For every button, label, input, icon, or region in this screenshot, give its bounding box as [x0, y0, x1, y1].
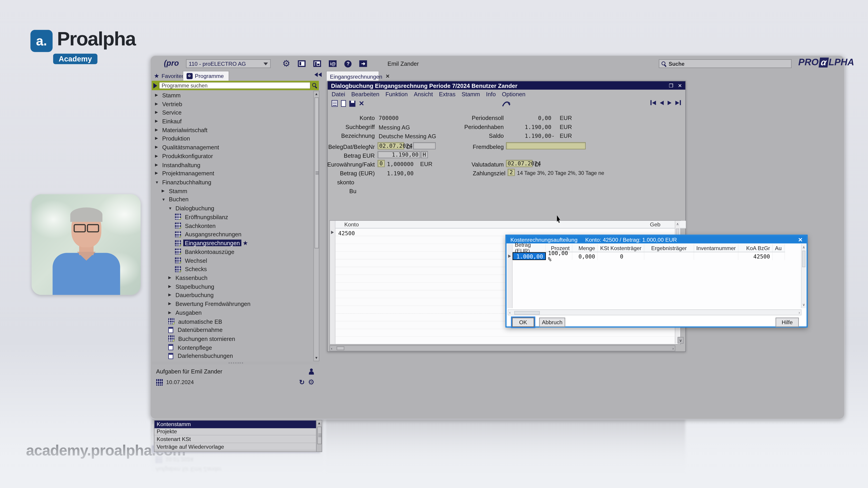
- program-search-icon[interactable]: [312, 83, 317, 88]
- settings-gear-icon[interactable]: ⚙: [282, 59, 290, 68]
- chevron-right-icon[interactable]: ▶: [155, 110, 160, 115]
- menu-funktion[interactable]: Funktion: [385, 91, 408, 97]
- tree-item-produktion[interactable]: ▶Produktion: [152, 134, 313, 143]
- collapse-sidebar-button[interactable]: [314, 72, 322, 77]
- tree-scrollbar[interactable]: ▲ ▼: [313, 91, 319, 361]
- program-search-input[interactable]: Programme suchen: [159, 82, 311, 89]
- fremdbeleg-input[interactable]: [506, 142, 586, 149]
- dialog-table-row[interactable]: 1.000,00100,00 %0,000042500: [513, 252, 785, 260]
- help-icon[interactable]: ?: [344, 60, 352, 67]
- tree-item-vertrieb[interactable]: ▶Vertrieb: [152, 99, 313, 108]
- save-icon[interactable]: [349, 100, 355, 106]
- zahlungsziel-box[interactable]: 2: [508, 169, 515, 176]
- tab-eingangsrechnungen[interactable]: Eingangsrechnungen ✕: [326, 71, 379, 81]
- tree-item-stamm[interactable]: ▶Stamm: [152, 186, 313, 195]
- chevron-right-icon[interactable]: ▶: [168, 302, 174, 306]
- tree-item-datenübernahme[interactable]: Datenübernahme: [152, 326, 313, 334]
- tree-item-schecks[interactable]: Schecks: [152, 265, 313, 273]
- dialog-cell-kst-kostenträger[interactable]: 0: [598, 252, 645, 260]
- dialog-cell-au[interactable]: [773, 252, 785, 260]
- scroll-right-icon[interactable]: ›: [673, 346, 674, 350]
- refresh-icon[interactable]: ↻: [299, 379, 305, 385]
- hscroll-thumb[interactable]: [337, 346, 344, 350]
- tree-item-buchen[interactable]: ▼Buchen: [152, 195, 313, 204]
- user-icon[interactable]: [308, 368, 314, 375]
- chevron-right-icon[interactable]: ▶: [168, 310, 174, 315]
- belegnr-input[interactable]: [413, 142, 436, 149]
- dialog-cell-koa-bzgr[interactable]: 42500: [739, 252, 773, 260]
- chevron-right-icon[interactable]: ▶: [155, 154, 160, 158]
- dialog-col-inventarnummer[interactable]: Inventarnummer: [694, 244, 739, 252]
- dialog-col-au[interactable]: Au: [773, 244, 785, 252]
- chevron-right-icon[interactable]: ▶: [168, 284, 174, 289]
- chevron-right-icon[interactable]: ▶: [155, 145, 160, 150]
- menu-stamm[interactable]: Stamm: [462, 91, 480, 97]
- tree-item-kontenpflege[interactable]: Kontenpflege: [152, 343, 313, 352]
- dialog-vscrollbar[interactable]: ∧ ∨: [801, 244, 806, 308]
- dialog-col-koa-bzgr[interactable]: KoA BzGr: [739, 244, 773, 252]
- chevron-right-icon[interactable]: ▶: [155, 162, 160, 167]
- tab-programme[interactable]: Programme: [183, 71, 229, 80]
- dialog-cell-inventarnummer[interactable]: [694, 252, 739, 260]
- dialog-cell-ergebnisträger[interactable]: [645, 252, 694, 260]
- panel-splitter[interactable]: [152, 361, 319, 365]
- chevron-right-icon[interactable]: ▶: [155, 102, 160, 106]
- betrag-eur-input[interactable]: 1.190,00: [377, 151, 420, 158]
- chevron-down-icon[interactable]: ▼: [168, 206, 174, 210]
- calendar-icon[interactable]: [156, 379, 163, 385]
- chevron-right-icon[interactable]: ▶: [155, 119, 160, 124]
- tree-item-service[interactable]: ▶Service: [152, 108, 313, 117]
- tree-item-ausgaben[interactable]: ▶Ausgaben: [152, 308, 313, 317]
- tasks-scrollbar-thumb[interactable]: [317, 427, 321, 444]
- tab-favoriten[interactable]: ★ Favoriten: [154, 72, 185, 80]
- menu-info[interactable]: Info: [486, 91, 496, 97]
- next-record-button[interactable]: [668, 100, 671, 105]
- dialog-col-kst-kostenträger[interactable]: KSt Kostenträger: [598, 244, 645, 252]
- tree-item-instandhaltung[interactable]: ▶Instandhaltung: [152, 160, 313, 169]
- tree-scrollbar-thumb[interactable]: [314, 97, 319, 249]
- tree-item-produktkonfigurator[interactable]: ▶Produktkonfigurator: [152, 152, 313, 160]
- tree-item-ausgangsrechnungen[interactable]: Ausgangsrechnungen: [152, 230, 313, 238]
- task-item-kontenstamm[interactable]: Kontenstamm: [154, 420, 316, 428]
- tree-item-stamm[interactable]: ▶Stamm: [152, 91, 313, 99]
- close-tab-icon[interactable]: ✕: [385, 74, 390, 79]
- dialog-col-ergebnisträger[interactable]: Ergebnisträger: [645, 244, 694, 252]
- menu-extras[interactable]: Extras: [439, 91, 456, 97]
- maximize-icon[interactable]: ❐: [669, 83, 673, 88]
- dialog-hscroll-thumb[interactable]: [514, 311, 540, 315]
- close-window-icon[interactable]: ✕: [678, 83, 682, 88]
- first-record-button[interactable]: [651, 100, 656, 105]
- scroll-up-icon[interactable]: ▲: [314, 91, 319, 97]
- tree-item-qualitätsmanagement[interactable]: ▶Qualitätsmanagement: [152, 143, 313, 152]
- dialog-close-icon[interactable]: ✕: [798, 236, 803, 242]
- last-record-button[interactable]: [675, 100, 681, 105]
- layout-panel-icon[interactable]: [313, 60, 321, 67]
- chevron-right-icon[interactable]: ▶: [155, 136, 160, 141]
- scroll-up-icon[interactable]: ∧: [675, 222, 680, 226]
- dialog-col-menge[interactable]: Menge: [572, 244, 598, 252]
- scroll-left-icon[interactable]: ‹: [331, 346, 332, 350]
- menu-datei[interactable]: Datei: [332, 91, 345, 97]
- scroll-up-icon[interactable]: ▲: [317, 420, 322, 426]
- grid-cell-konto[interactable]: 42500: [338, 230, 355, 236]
- dialog-cell-menge[interactable]: 0,000: [572, 252, 598, 260]
- tree-item-automatische-eb[interactable]: automatische EB: [152, 317, 313, 326]
- tree-item-buchungen-stornieren[interactable]: Buchungen stornieren: [152, 334, 313, 343]
- tree-item-sachkonten[interactable]: Sachkonten: [152, 221, 313, 230]
- chevron-right-icon[interactable]: ▶: [162, 189, 167, 193]
- dialog-vscroll-thumb[interactable]: [802, 251, 806, 267]
- tasks-settings-gear-icon[interactable]: ⚙: [308, 379, 314, 386]
- scroll-down-icon[interactable]: ∨: [802, 303, 806, 307]
- help-button[interactable]: Hilfe: [776, 318, 799, 327]
- tree-item-eröffnungsbilanz[interactable]: Eröffnungsbilanz: [152, 213, 313, 221]
- window-hscrollbar[interactable]: ‹ ›: [329, 345, 675, 351]
- tree-item-darlehensbuchungen[interactable]: Darlehensbuchungen: [152, 352, 313, 360]
- chevron-right-icon[interactable]: ▶: [168, 275, 174, 280]
- info-contact-icon[interactable]: i@: [329, 60, 337, 67]
- chevron-down-icon[interactable]: ▼: [155, 180, 160, 184]
- chevron-right-icon[interactable]: ▶: [155, 93, 160, 97]
- tree-item-materialwirtschaft[interactable]: ▶Materialwirtschaft: [152, 126, 313, 134]
- window-panel-icon[interactable]: [298, 60, 306, 67]
- journal-icon[interactable]: [332, 100, 338, 107]
- valutadatum-input[interactable]: 02.07.2024: [506, 160, 532, 167]
